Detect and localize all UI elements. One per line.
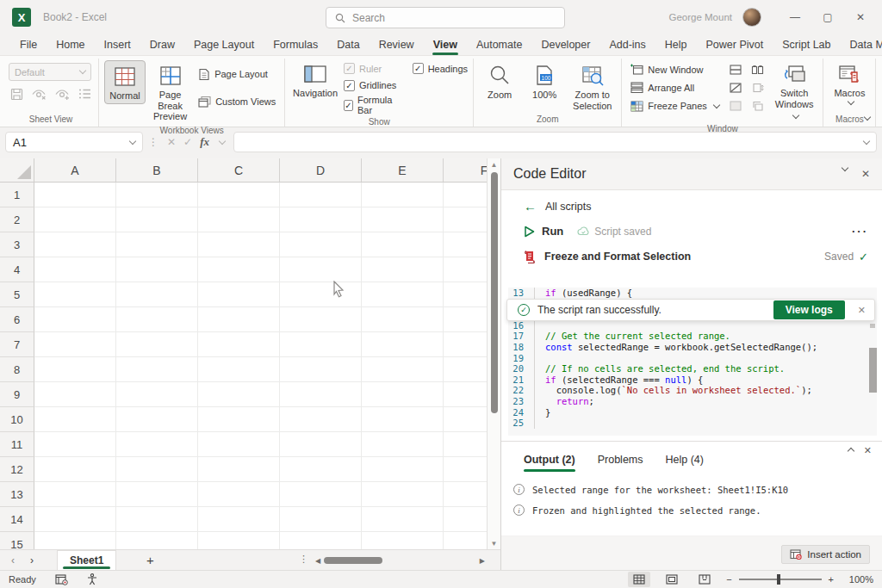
checkbox-headings[interactable]: ✓Headings [413,63,468,74]
run-button[interactable]: Run [542,225,563,238]
cell-B13[interactable] [116,482,198,507]
cell-E3[interactable] [362,232,444,257]
scroll-up-icon[interactable]: ▲ [488,158,500,170]
row-header-9[interactable]: 9 [0,382,34,407]
cell-D9[interactable] [280,382,362,407]
zoom-slider[interactable]: − + [726,574,834,585]
cell-A11[interactable] [34,432,116,457]
code-scrollbar-thumb[interactable] [869,348,877,393]
cell-B6[interactable] [116,307,198,332]
cell-A2[interactable] [34,207,116,232]
panel-collapse-icon[interactable] [842,164,848,171]
cell-B2[interactable] [116,207,198,232]
cell-B5[interactable] [116,282,198,307]
next-sheet-icon[interactable]: › [22,554,41,566]
ribbon-tab-data[interactable]: Data [327,36,369,55]
column-header-F[interactable]: F [444,158,487,183]
zoom-to-selection-button[interactable]: Zoom to Selection [568,60,616,113]
zoom-percentage[interactable]: 100% [844,574,873,585]
cell-C14[interactable] [198,507,280,532]
more-options-button[interactable]: ··· [852,225,868,238]
column-header-A[interactable]: A [34,158,116,183]
cell-E1[interactable] [362,183,444,207]
cell-B9[interactable] [116,382,198,407]
view-side-by-side-button[interactable] [748,62,767,77]
ribbon-tab-power-pivot[interactable]: Power Pivot [697,36,773,55]
cell-A15[interactable] [34,532,116,549]
cell-B1[interactable] [116,183,198,207]
ribbon-tab-page-layout[interactable]: Page Layout [184,36,264,55]
cell-B12[interactable] [116,457,198,482]
cell-F8[interactable] [444,357,487,382]
row-header-1[interactable]: 1 [0,183,34,207]
cell-B10[interactable] [116,407,198,432]
vertical-scroll-thumb[interactable] [491,172,498,413]
cell-C1[interactable] [198,183,280,207]
scroll-down-icon[interactable]: ▼ [488,537,500,549]
ribbon-tab-data-mining[interactable]: Data Mining [841,36,882,55]
arrange-all-button[interactable]: Arrange All [627,80,722,95]
cell-D8[interactable] [280,357,362,382]
horizontal-scroll-thumb[interactable] [324,557,382,564]
cell-A12[interactable] [34,457,116,482]
synchronous-scrolling-button[interactable] [748,80,767,96]
cell-C10[interactable] [198,407,280,432]
cell-F12[interactable] [444,457,487,482]
cell-F4[interactable] [444,257,487,282]
output-close-icon[interactable]: ✕ [864,445,872,456]
row-header-2[interactable]: 2 [0,207,34,232]
expand-formula-bar-icon[interactable] [863,137,870,144]
cell-B7[interactable] [116,332,198,357]
search-input[interactable]: Search [326,7,565,28]
row-header-3[interactable]: 3 [0,232,34,257]
cancel-icon[interactable]: ✕ [167,136,176,148]
scroll-right-icon[interactable]: ▶ [480,557,485,565]
zoom-out-icon[interactable]: − [726,574,731,585]
cell-C9[interactable] [198,382,280,407]
row-header-15[interactable]: 15 [0,532,34,549]
cell-D2[interactable] [280,207,362,232]
row-header-12[interactable]: 12 [0,457,34,482]
cell-B15[interactable] [116,532,198,549]
ribbon-tab-script-lab[interactable]: Script Lab [773,36,840,55]
sheet-tab-sheet1[interactable]: Sheet1 [57,550,116,570]
cell-C4[interactable] [198,257,280,282]
cell-D15[interactable] [280,532,362,549]
cell-C6[interactable] [198,307,280,332]
run-icon[interactable] [524,226,535,238]
worksheet-grid[interactable]: ABCDEF 123456789101112131415 ▲ ▼ [0,158,500,549]
page-layout-button[interactable]: Page Layout [195,66,279,83]
insert-action-button[interactable]: Insert action [781,545,870,564]
cell-F14[interactable] [444,507,487,532]
cell-D12[interactable] [280,457,362,482]
checkbox-formula-bar[interactable]: ✓Formula Bar [344,95,401,115]
new-window-button[interactable]: New Window [627,62,722,77]
cell-E9[interactable] [362,382,444,407]
row-header-7[interactable]: 7 [0,332,34,357]
normal-view-button[interactable]: Normal [104,60,146,104]
cell-E13[interactable] [362,482,444,507]
cell-F15[interactable] [444,532,487,549]
cell-E2[interactable] [362,207,444,232]
cell-E14[interactable] [362,507,444,532]
cell-C15[interactable] [198,532,280,549]
row-header-8[interactable]: 8 [0,357,34,382]
column-header-B[interactable]: B [116,158,198,183]
ribbon-tab-file[interactable]: File [10,36,47,55]
switch-windows-button[interactable]: Switch Windows [771,60,818,122]
cell-A9[interactable] [34,382,116,407]
unhide-button[interactable] [726,98,745,114]
split-button[interactable] [726,62,745,77]
hide-button[interactable] [726,80,745,96]
cell-F7[interactable] [444,332,487,357]
accessibility-icon[interactable] [87,573,97,585]
tabbar-options-icon[interactable]: ⋮ [299,554,308,565]
notification-close-icon[interactable]: ✕ [853,305,871,316]
cell-E4[interactable] [362,257,444,282]
close-button[interactable]: ✕ [846,5,875,29]
cell-F13[interactable] [444,482,487,507]
page-break-statusbar-button[interactable] [693,572,716,587]
cell-A1[interactable] [34,183,116,207]
cell-C2[interactable] [198,207,280,232]
cell-E15[interactable] [362,532,444,549]
